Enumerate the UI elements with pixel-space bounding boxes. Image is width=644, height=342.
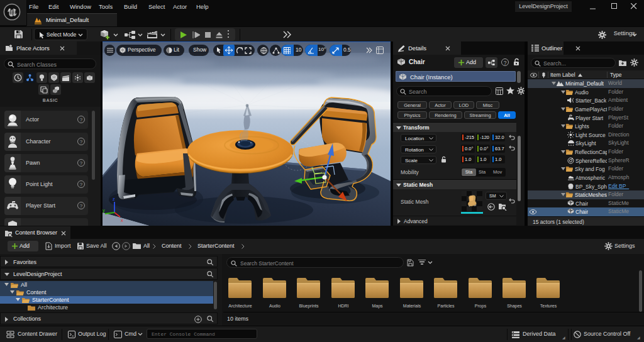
svg-text:z: z [113, 196, 115, 202]
svg-text:y: y [103, 207, 105, 213]
svg-text:x: x [121, 218, 123, 223]
